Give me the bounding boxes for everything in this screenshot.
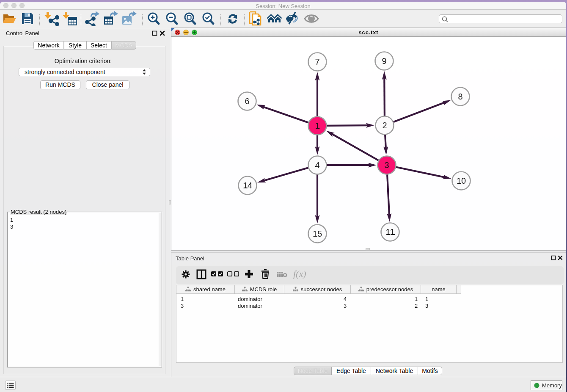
svg-text:4: 4: [315, 160, 319, 170]
svg-text:10: 10: [457, 176, 466, 185]
svg-text:15: 15: [313, 229, 322, 238]
svg-text:3: 3: [384, 160, 389, 170]
svg-text:2: 2: [382, 121, 387, 130]
svg-text:6: 6: [245, 97, 249, 106]
svg-text:1: 1: [315, 121, 319, 130]
svg-text:8: 8: [458, 92, 462, 101]
svg-text:14: 14: [243, 181, 252, 190]
svg-text:11: 11: [386, 227, 395, 237]
svg-text:7: 7: [315, 57, 319, 66]
svg-text:9: 9: [382, 56, 386, 66]
